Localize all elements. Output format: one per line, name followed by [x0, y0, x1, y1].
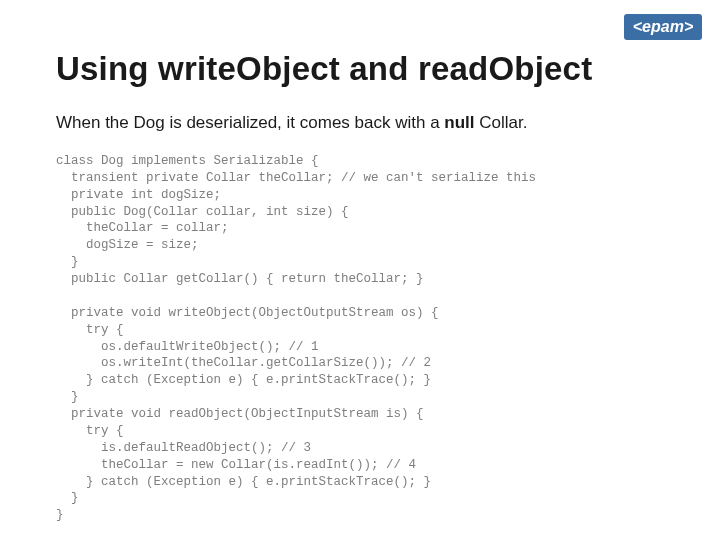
- logo-text: <epam>: [633, 18, 693, 35]
- slide-title: Using writeObject and readObject: [56, 50, 664, 88]
- epam-logo-icon: <epam>: [624, 14, 702, 40]
- code-block: class Dog implements Serializable { tran…: [56, 153, 664, 524]
- epam-logo: <epam>: [624, 14, 702, 40]
- slide-subtitle: When the Dog is deserialized, it comes b…: [56, 112, 664, 135]
- subtitle-bold: null: [444, 113, 474, 132]
- slide: <epam> Using writeObject and readObject …: [0, 0, 720, 540]
- subtitle-post: Collar.: [475, 113, 528, 132]
- subtitle-pre: When the Dog is deserialized, it comes b…: [56, 113, 444, 132]
